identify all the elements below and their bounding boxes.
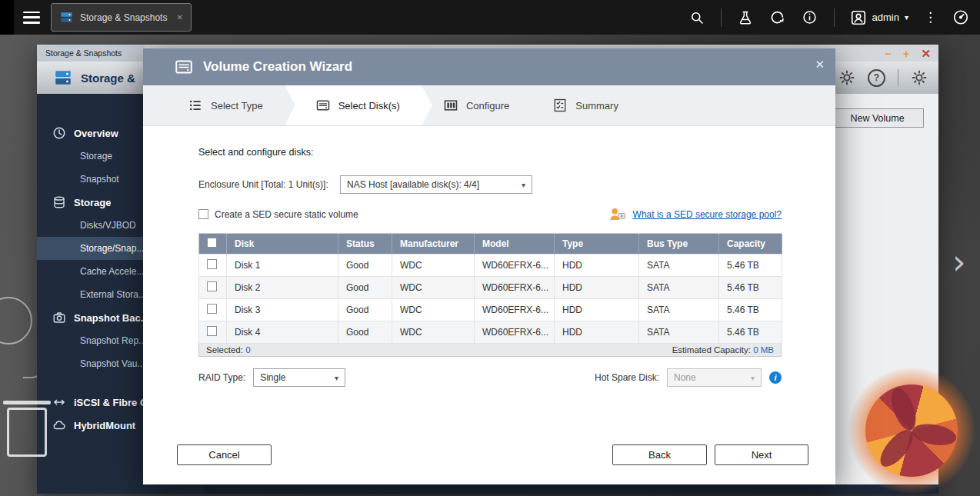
table-row-disk4[interactable]: Disk 4 Good WDC WD60EFRX-6... HDD SATA 5… <box>199 321 782 344</box>
sed-checkbox-label: Create a SED secure static volume <box>215 209 358 220</box>
col-type: Type <box>555 234 639 255</box>
raid-row: RAID Type: Single ▾ Hot Spare Disk: None… <box>198 368 782 387</box>
window-app-title: Storage & <box>81 72 135 85</box>
col-manufacturer: Manufacturer <box>392 234 475 255</box>
dashboard-chevron-icon[interactable]: › <box>952 242 966 281</box>
enclosure-row: Enclosure Unit [Total: 1 Unit(s)]: NAS H… <box>198 175 782 194</box>
window-titlebar-tab[interactable]: Storage & Snapshots <box>37 45 145 62</box>
cancel-button[interactable]: Cancel <box>177 444 272 465</box>
raid-type-select[interactable]: Single ▾ <box>253 368 345 387</box>
window-footer <box>204 484 938 494</box>
sed-checkbox[interactable] <box>198 209 208 219</box>
camera-icon <box>52 311 66 325</box>
topbar: Storage & Snapshots ✕ admin <box>0 0 980 35</box>
storage-app-icon <box>53 68 73 88</box>
columns-icon <box>443 98 458 113</box>
recycle-bin-icon[interactable] <box>7 408 47 457</box>
table-row-disk3[interactable]: Disk 3 Good WDC WD60EFRX-6... HDD SATA 5… <box>199 299 782 321</box>
step-label: Configure <box>466 100 509 112</box>
dialog-header: Volume Creation Wizard ✕ <box>143 48 835 85</box>
maximize-icon[interactable]: + <box>903 48 910 59</box>
select-all-checkbox[interactable] <box>207 238 217 248</box>
disk-drive-icon <box>315 98 331 113</box>
col-disk: Disk <box>227 234 338 255</box>
background-tasks-icon[interactable] <box>737 9 754 26</box>
user-icon <box>850 9 867 26</box>
volume-creation-wizard-dialog: Volume Creation Wizard ✕ Select Type Sel… <box>143 48 835 484</box>
notifications-info-icon[interactable] <box>802 9 818 26</box>
checklist-icon <box>552 98 568 113</box>
close-icon[interactable]: ✕ <box>921 48 931 59</box>
minimize-icon[interactable]: − <box>885 48 892 59</box>
step-configure: Configure <box>422 85 531 125</box>
disk-checkbox[interactable] <box>207 326 217 336</box>
raid-type-label: RAID Type: <box>198 372 245 383</box>
help-icon[interactable]: ? <box>868 69 885 87</box>
database-icon <box>52 195 66 209</box>
step-summary: Summary <box>531 85 640 125</box>
tools-gear-icon[interactable] <box>838 69 855 86</box>
dialog-close-icon[interactable]: ✕ <box>815 58 825 72</box>
estimated-capacity-value: 0 MB <box>753 345 774 355</box>
estimated-capacity-label: Estimated Capacity: <box>672 345 751 355</box>
list-icon <box>188 98 203 113</box>
topbar-tab-storage-snapshots[interactable]: Storage & Snapshots ✕ <box>51 3 192 32</box>
step-label: Select Disk(s) <box>338 100 400 112</box>
enclosure-label: Enclosure Unit [Total: 1 Unit(s)]: <box>198 179 340 190</box>
sed-help-link[interactable]: What is a SED secure storage pool? <box>633 209 782 220</box>
enclosure-select[interactable]: NAS Host [available disk(s): 4/4] ▾ <box>340 175 532 194</box>
disk-checkbox[interactable] <box>207 281 217 291</box>
more-options-icon[interactable]: ⋮ <box>924 11 937 24</box>
selected-label: Selected: <box>206 345 243 355</box>
wallpaper-circle <box>0 297 32 345</box>
hot-spare-label: Hot Spare Disk: <box>595 372 659 383</box>
step-select-disks: Select Disk(s) <box>285 85 422 125</box>
window-titlebar-label: Storage & Snapshots <box>45 48 122 58</box>
divider <box>721 8 722 27</box>
raid-type-value: Single <box>260 372 285 383</box>
table-row-disk2[interactable]: Disk 2 Good WDC WD60EFRX-6... HDD SATA 5… <box>199 277 782 299</box>
hot-spare-info-icon[interactable]: i <box>769 371 782 384</box>
disk-checkbox[interactable] <box>207 304 217 314</box>
external-device-sync-icon[interactable] <box>769 9 786 26</box>
wizard-steps: Select Type Select Disk(s) Configure Sum… <box>143 85 835 126</box>
step-label: Select Type <box>211 100 263 112</box>
col-status: Status <box>338 234 392 255</box>
storage-app-icon <box>59 10 74 25</box>
sed-help-icon <box>608 207 627 221</box>
divider <box>834 8 835 27</box>
admin-menu[interactable]: admin ▾ <box>850 9 908 26</box>
window-controls: − + ✕ <box>885 45 931 62</box>
chevron-down-icon: ▾ <box>522 181 525 189</box>
settings-gear-icon[interactable] <box>911 69 928 86</box>
divider <box>898 69 898 86</box>
step-label: Summary <box>575 100 618 112</box>
disk-checkbox[interactable] <box>207 259 217 269</box>
qnap-logo <box>848 368 975 494</box>
chevron-down-icon: ▾ <box>905 13 908 22</box>
back-button[interactable]: Back <box>612 444 707 465</box>
dialog-body: Select and configure disks: Enclosure Un… <box>143 125 835 484</box>
new-volume-button[interactable]: New Volume <box>831 108 924 128</box>
tab-close-icon[interactable]: ✕ <box>176 13 182 22</box>
enclosure-select-value: NAS Host [available disk(s): 4/4] <box>347 179 479 190</box>
topbar-actions: admin ▾ ⋮ <box>688 8 980 27</box>
chevron-down-icon: ▾ <box>335 374 338 382</box>
clock-icon <box>52 126 66 140</box>
search-icon[interactable] <box>688 9 705 26</box>
sed-row: Create a SED secure static volume What i… <box>198 207 782 221</box>
disks-table: Disk Status Manufacturer Model Type Bus … <box>198 233 782 344</box>
hot-spare-value: None <box>674 372 696 383</box>
main-menu-icon[interactable] <box>23 12 40 24</box>
window-toolbar-actions: ? <box>838 62 928 94</box>
iscsi-arrows-icon <box>52 395 66 409</box>
table-header-row: Disk Status Manufacturer Model Type Bus … <box>199 234 782 255</box>
topbar-edge <box>0 0 14 35</box>
table-row-disk1[interactable]: Disk 1 Good WDC WD60EFRX-6... HDD SATA 5… <box>199 255 782 277</box>
selected-count: 0 <box>245 345 250 355</box>
dashboard-gauge-icon[interactable] <box>952 9 969 26</box>
next-button[interactable]: Next <box>715 444 808 465</box>
dialog-title: Volume Creation Wizard <box>203 59 352 75</box>
hot-spare-select: None ▾ <box>667 368 762 387</box>
col-bus-type: Bus Type <box>639 234 719 255</box>
